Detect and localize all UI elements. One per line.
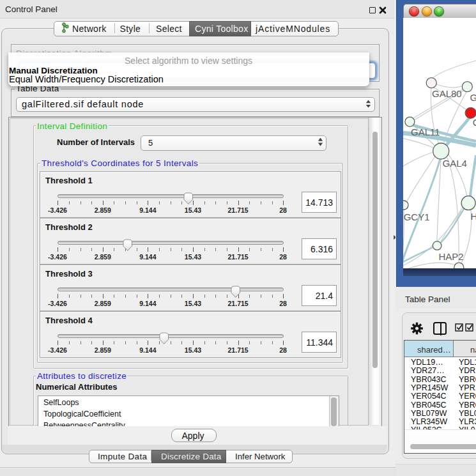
svg-text:GAL11: GAL11 — [411, 127, 440, 137]
svg-text:GAL80: GAL80 — [432, 88, 462, 99]
svg-text:GAL4: GAL4 — [443, 158, 467, 169]
svg-text:CY: CY — [473, 117, 476, 128]
svg-text:HA: HA — [471, 211, 476, 222]
svg-text:GCY1: GCY1 — [404, 211, 430, 222]
svg-text:GA: GA — [470, 92, 476, 103]
svg-text:HAP2: HAP2 — [438, 251, 463, 262]
